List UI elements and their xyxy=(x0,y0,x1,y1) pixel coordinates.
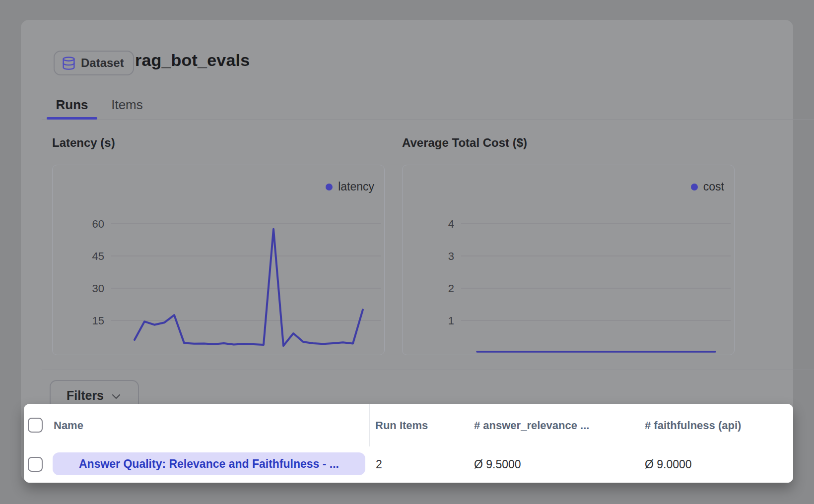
dataset-badge: Dataset xyxy=(54,51,134,75)
svg-text:45: 45 xyxy=(92,250,104,262)
latency-legend-dot-icon xyxy=(326,184,333,190)
active-tab-indicator xyxy=(47,117,97,120)
dataset-badge-label: Dataset xyxy=(81,56,124,70)
latency-chart-title: Latency (s) xyxy=(52,136,115,150)
svg-text:1: 1 xyxy=(448,315,454,327)
cost-chart-title: Average Total Cost ($) xyxy=(402,136,527,150)
cost-chart: 1234 cost xyxy=(402,165,735,355)
column-header-name: Name xyxy=(54,419,83,432)
runs-table: Name Run Items # answer_relevance ... # … xyxy=(24,404,793,483)
svg-text:2: 2 xyxy=(448,282,454,295)
latency-chart: 15304560 latency xyxy=(52,165,385,355)
filters-button-label: Filters xyxy=(67,388,104,403)
cost-chart-legend: cost xyxy=(691,180,724,193)
database-icon xyxy=(62,56,76,70)
column-header-run-items: Run Items xyxy=(375,419,428,432)
svg-text:4: 4 xyxy=(448,218,454,230)
run-name-link[interactable]: Answer Quality: Relevance and Faithfulne… xyxy=(53,452,365,475)
chevron-down-icon xyxy=(110,390,122,402)
select-all-checkbox[interactable] xyxy=(28,418,43,433)
latency-chart-plot: 15304560 xyxy=(53,165,384,354)
svg-text:30: 30 xyxy=(92,282,104,295)
tabs-divider xyxy=(42,119,814,120)
cost-legend-label: cost xyxy=(703,180,724,193)
faithfulness-cell: Ø 9.0000 xyxy=(645,458,692,471)
app-background: Dataset rag_bot_evals Runs Items Latency… xyxy=(0,0,814,504)
answer-relevance-cell: Ø 9.5000 xyxy=(474,458,521,471)
section-divider xyxy=(42,370,814,370)
svg-text:3: 3 xyxy=(448,250,454,262)
latency-legend-label: latency xyxy=(338,180,374,193)
table-row[interactable]: Answer Quality: Relevance and Faithfulne… xyxy=(24,446,793,483)
table-header-row: Name Run Items # answer_relevance ... # … xyxy=(24,404,793,446)
column-header-answer-relevance: # answer_relevance ... xyxy=(474,419,589,432)
column-header-faithfulness: # faithfulness (api) xyxy=(645,419,741,432)
tab-runs[interactable]: Runs xyxy=(47,92,97,117)
latency-chart-legend: latency xyxy=(326,180,374,193)
cost-chart-plot: 1234 xyxy=(403,165,734,354)
cost-legend-dot-icon xyxy=(691,184,698,190)
run-items-cell: 2 xyxy=(376,458,382,471)
svg-text:60: 60 xyxy=(92,218,104,230)
row-checkbox[interactable] xyxy=(28,457,43,472)
tab-items[interactable]: Items xyxy=(104,92,150,117)
page-title: rag_bot_evals xyxy=(135,51,250,70)
svg-text:15: 15 xyxy=(92,315,104,327)
run-name-label: Answer Quality: Relevance and Faithfulne… xyxy=(79,457,339,471)
